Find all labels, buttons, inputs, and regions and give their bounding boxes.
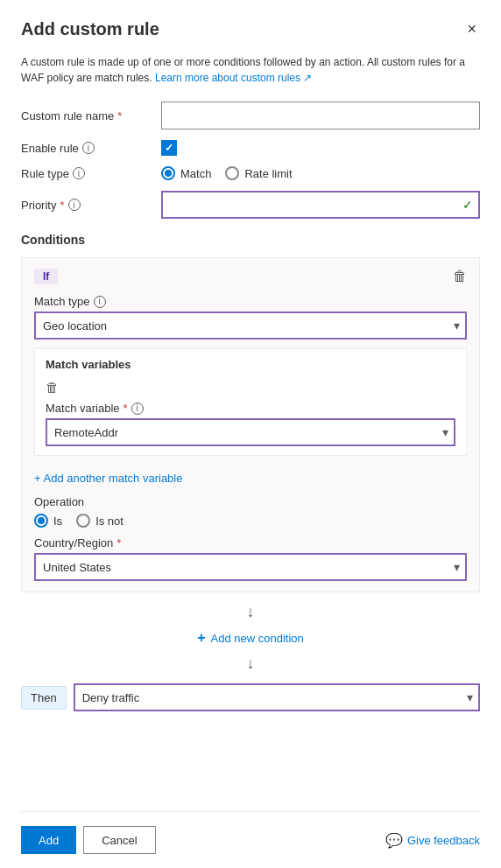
match-type-info-icon[interactable]: i xyxy=(94,296,106,308)
enable-rule-checkbox[interactable] xyxy=(161,140,177,156)
cancel-button[interactable]: Cancel xyxy=(83,826,155,854)
feedback-label: Give feedback xyxy=(407,834,480,847)
then-action-select-wrapper: Deny traffic Allow traffic Log only Redi… xyxy=(74,683,480,711)
down-arrow-icon-1: ↓ xyxy=(247,603,255,621)
enable-rule-info-icon[interactable]: i xyxy=(82,142,95,154)
give-feedback-link[interactable]: 💬 Give feedback xyxy=(385,832,480,849)
add-button[interactable]: Add xyxy=(21,826,76,854)
description-text: A custom rule is made up of one or more … xyxy=(21,54,480,86)
add-custom-rule-panel: Add custom rule × A custom rule is made … xyxy=(0,0,501,868)
radio-match[interactable]: Match xyxy=(161,166,211,180)
rule-name-input[interactable] xyxy=(161,102,480,130)
country-region-section: Country/Region * United States Canada Un… xyxy=(34,536,467,581)
rule-name-label: Custom rule name * xyxy=(21,109,161,122)
match-variables-title: Match variables xyxy=(46,358,455,371)
match-variable-select[interactable]: RemoteAddr RequestMethod QueryString Pos… xyxy=(46,418,455,446)
country-region-select-wrapper: United States Canada United Kingdom Germ… xyxy=(34,553,467,581)
radio-is-inner xyxy=(38,517,45,524)
priority-check-icon: ✓ xyxy=(462,198,473,212)
panel-header: Add custom rule × xyxy=(21,18,480,40)
rule-type-control: Match Rate limit xyxy=(161,166,480,180)
operation-section: Operation Is Is not xyxy=(34,495,467,528)
mv-header: 🗑 xyxy=(46,380,455,395)
radio-match-inner xyxy=(165,170,172,177)
match-type-row: Match type i Geo location IP address Str… xyxy=(34,295,467,340)
close-button[interactable]: × xyxy=(463,18,480,40)
rule-name-control xyxy=(161,102,480,130)
radio-match-outer xyxy=(161,166,175,180)
match-type-select-wrapper: Geo location IP address String match Reg… xyxy=(34,312,467,340)
country-region-select[interactable]: United States Canada United Kingdom Germ… xyxy=(34,553,467,581)
enable-rule-label: Enable rule i xyxy=(21,142,161,155)
radio-is-label: Is xyxy=(53,514,62,528)
rule-type-radio-group: Match Rate limit xyxy=(161,166,480,180)
match-variable-delete-button[interactable]: 🗑 xyxy=(46,380,59,395)
connector-arrow-1: ↓ xyxy=(21,599,480,625)
priority-control: 12 ✓ xyxy=(161,191,480,219)
add-condition-container: + Add new condition xyxy=(21,626,480,649)
add-condition-plus-icon: + xyxy=(197,630,205,646)
match-variable-select-wrapper: RemoteAddr RequestMethod QueryString Pos… xyxy=(46,418,455,446)
radio-rate-limit-label: Rate limit xyxy=(244,167,292,180)
rule-type-label: Rule type i xyxy=(21,167,161,180)
if-badge: If xyxy=(34,269,58,284)
match-variables-section: Match variables 🗑 Match variable * i Rem… xyxy=(34,348,467,456)
panel-title: Add custom rule xyxy=(21,19,159,39)
radio-rate-limit-outer xyxy=(225,166,239,180)
radio-is-not-label: Is not xyxy=(95,514,123,528)
required-indicator: * xyxy=(117,109,122,122)
radio-is[interactable]: Is xyxy=(34,514,62,528)
radio-is-outer xyxy=(34,514,48,528)
priority-label: Priority * i xyxy=(21,199,161,212)
if-header: If 🗑 xyxy=(34,269,467,284)
priority-wrapper: 12 ✓ xyxy=(161,191,480,219)
if-block: If 🗑 Match type i Geo location IP addres… xyxy=(21,257,480,592)
enable-rule-control xyxy=(161,140,480,156)
then-badge: Then xyxy=(21,686,67,710)
match-type-select[interactable]: Geo location IP address String match Reg… xyxy=(34,312,467,340)
match-variable-info-icon[interactable]: i xyxy=(131,402,144,415)
add-match-variable-link[interactable]: + Add another match variable xyxy=(34,472,182,485)
footer-actions: Add Cancel xyxy=(21,826,156,854)
radio-is-not-outer xyxy=(76,514,90,528)
conditions-title: Conditions xyxy=(21,233,480,247)
radio-is-not[interactable]: Is not xyxy=(76,514,123,528)
conditions-section: Conditions If 🗑 Match type i Geo locatio… xyxy=(21,233,480,718)
enable-rule-row: Enable rule i xyxy=(21,140,480,156)
country-required: * xyxy=(116,536,121,550)
radio-match-label: Match xyxy=(180,167,211,180)
operation-label: Operation xyxy=(34,495,467,508)
connector-arrow-2: ↓ xyxy=(21,651,480,676)
radio-rate-limit[interactable]: Rate limit xyxy=(225,166,292,180)
match-variable-required: * xyxy=(123,402,128,415)
country-region-label: Country/Region * xyxy=(34,536,467,550)
then-row: Then Deny traffic Allow traffic Log only… xyxy=(21,683,480,711)
enable-rule-checkbox-wrapper xyxy=(161,140,480,156)
feedback-icon: 💬 xyxy=(385,832,403,849)
footer: Add Cancel 💬 Give feedback xyxy=(21,811,480,854)
add-condition-button[interactable]: + Add new condition xyxy=(190,626,311,649)
match-variable-label: Match variable * i xyxy=(46,402,455,415)
priority-required: * xyxy=(60,199,64,212)
rule-type-row: Rule type i Match Rate limit xyxy=(21,166,480,180)
learn-more-link[interactable]: Learn more about custom rules ↗ xyxy=(155,72,312,84)
then-action-select[interactable]: Deny traffic Allow traffic Log only Redi… xyxy=(74,683,480,711)
rule-name-row: Custom rule name * xyxy=(21,102,480,130)
external-link-icon: ↗ xyxy=(303,72,312,84)
match-type-label: Match type i xyxy=(34,295,467,308)
add-condition-label: Add new condition xyxy=(211,632,304,645)
down-arrow-icon-2: ↓ xyxy=(247,654,255,673)
rule-type-info-icon[interactable]: i xyxy=(73,167,85,179)
priority-row: Priority * i 12 ✓ xyxy=(21,191,480,219)
priority-input[interactable]: 12 xyxy=(161,191,480,219)
priority-info-icon[interactable]: i xyxy=(68,199,81,211)
if-block-delete-button[interactable]: 🗑 xyxy=(453,269,467,284)
operation-radio-group: Is Is not xyxy=(34,514,467,528)
